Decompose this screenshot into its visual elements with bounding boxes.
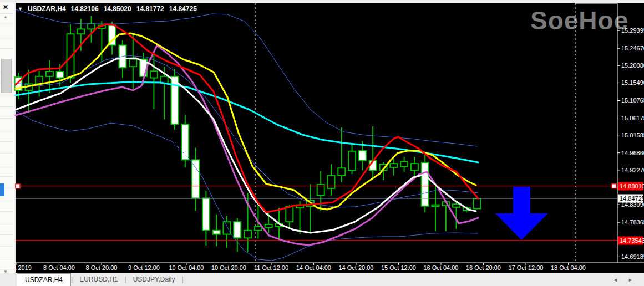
symbol-period-label: USDZAR,H4	[28, 5, 66, 13]
chart-tab-bar: USDZAR,H4 | EURUSD,H1 | USDJPY,Daily |	[0, 273, 644, 286]
symbol-dropdown-icon: ▼	[18, 6, 23, 13]
bull-candle-body	[390, 164, 397, 167]
x-axis-label: 18 Oct 04:00	[551, 264, 586, 271]
y-axis-label: 14.78365	[621, 219, 644, 226]
y-axis-label: 15.10765	[621, 97, 644, 104]
line-selection-handle[interactable]	[612, 184, 616, 188]
bull-candle-body	[46, 72, 53, 76]
x-axis-label: 15 Oct 12:00	[381, 264, 416, 271]
bear-candle-body	[202, 198, 210, 230]
y-axis-label: 15.24670	[621, 45, 644, 52]
resistance-price-badge: 14.88010	[618, 182, 643, 190]
candles-layer	[15, 16, 481, 252]
support-price-badge: 14.73543	[618, 236, 643, 244]
bull-candle-body	[88, 24, 95, 29]
bull-candle-body	[244, 231, 251, 238]
x-axis-label: 10 Oct 20:00	[211, 264, 246, 271]
sell-arrow-object[interactable]	[495, 187, 548, 240]
x-axis-label: 17 Oct 12:00	[509, 264, 544, 271]
x-axis-label: 14 Oct 20:00	[339, 264, 374, 271]
chart-ohlc-header: ▼ USDZAR,H4 14.82106 14.85020 14.81772 1…	[18, 5, 197, 13]
close-value: 14.84725	[169, 5, 197, 13]
tab-separator: |	[181, 275, 183, 283]
low-value: 14.81772	[136, 5, 164, 13]
y-axis-label: 15.01585	[621, 132, 644, 139]
chart-canvas	[0, 0, 644, 286]
x-axis-label: 8 Oct 20:00	[86, 264, 118, 271]
bull-candle-body	[77, 29, 84, 34]
bear-candle-body	[57, 72, 64, 78]
bull-candle-body	[411, 164, 418, 170]
x-axis-label: 16 Oct 04:00	[424, 264, 459, 271]
y-axis-label: 15.29395	[621, 27, 644, 34]
bull-candle-body	[224, 222, 231, 234]
y-axis-label: 14.92270	[621, 167, 644, 173]
x-axis-label: 11 Oct 12:00	[254, 264, 288, 271]
bull-candle-body	[265, 224, 272, 227]
tab-eurusd-h1[interactable]: EURUSD,H1	[73, 274, 124, 285]
bull-candle-body	[67, 34, 74, 78]
bull-candle-body	[150, 71, 158, 78]
bear-candle-body	[422, 162, 429, 206]
bull-candle-body	[286, 206, 293, 222]
bull-candle-body	[432, 205, 439, 207]
bear-candle-body	[234, 222, 241, 238]
tab-usdzar-h4[interactable]: USDZAR,H4	[17, 273, 71, 286]
x-axis-label: 7 Oct 2019	[2, 264, 32, 271]
bull-candle-body	[129, 59, 136, 67]
bull-candle-body	[338, 168, 345, 176]
x-axis-label: 8 Oct 04:00	[43, 264, 75, 271]
bull-candle-body	[328, 176, 335, 188]
mt4-window: { "window": { "title_bar": { "dropdown_i…	[0, 0, 644, 286]
bull-candle-body	[400, 162, 408, 167]
bull-candle-body	[36, 76, 43, 84]
bear-candle-body	[192, 160, 199, 198]
bull-candle-body	[255, 227, 262, 231]
open-value: 14.82106	[71, 5, 99, 13]
bear-candle-body	[359, 151, 366, 161]
x-axis-label: 10 Oct 04:00	[169, 264, 204, 271]
tab-scroll-arrows-icon[interactable]: ◄ ►	[613, 277, 637, 283]
y-axis-label: 15.15490	[621, 79, 644, 86]
y-axis-label: 15.20080	[621, 62, 644, 69]
bear-candle-body	[213, 231, 220, 234]
high-value: 14.85020	[104, 5, 131, 13]
tab-usdjpy-daily[interactable]: USDJPY,Daily	[126, 274, 182, 285]
y-axis-label: 14.69185	[621, 253, 644, 260]
y-axis-label: 14.96860	[621, 150, 644, 156]
ma-violet-line	[16, 45, 478, 245]
line-selection-handle[interactable]	[16, 184, 20, 188]
bull-candle-body	[474, 198, 481, 208]
x-axis-label: 9 Oct 12:00	[128, 264, 160, 271]
x-axis-label: 16 Oct 20:00	[466, 264, 501, 271]
y-axis-label: 15.06175	[621, 115, 644, 121]
x-axis-label: 14 Oct 04:00	[296, 264, 331, 271]
bull-candle-body	[453, 204, 460, 207]
bull-candle-body	[348, 151, 356, 171]
bid-price-badge: 14.84725	[618, 195, 643, 203]
